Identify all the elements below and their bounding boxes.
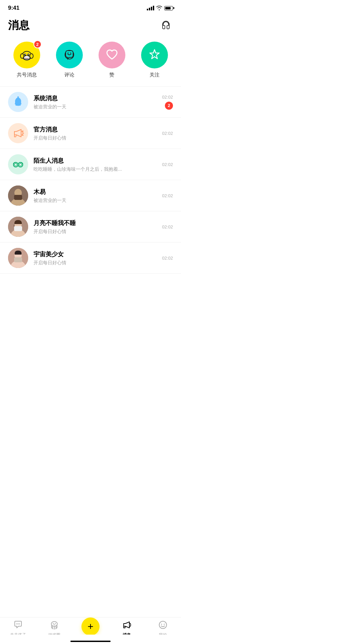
notif-item-comment[interactable]: 评论	[56, 42, 83, 78]
star-icon	[147, 48, 162, 62]
notif-circle-like	[99, 42, 125, 68]
msg-content-moon: 月亮不睡我不睡 开启每日好心情	[34, 219, 157, 235]
msg-content-official: 官方消息 开启每日好心情	[34, 125, 157, 141]
msg-preview-muyi: 被迫营业的一天	[34, 198, 157, 204]
status-icons	[147, 6, 173, 10]
notif-label-gong: 共号消息	[17, 72, 37, 78]
notif-item-gong[interactable]: 2 共号消息	[13, 42, 40, 78]
notif-circle-follow	[141, 42, 168, 68]
msg-meta-stranger: 02:02	[162, 162, 173, 167]
svg-point-18	[22, 135, 23, 136]
svg-point-1	[20, 54, 24, 58]
notif-item-like[interactable]: 赞	[99, 42, 125, 78]
notif-item-follow[interactable]: 关注	[141, 42, 168, 78]
msg-name-system: 系统消息	[34, 94, 157, 102]
msg-item-stranger[interactable]: 陌生人消息 吃吃睡睡，山珍海味一个月之后，我抱着... 02:02	[0, 149, 181, 180]
svg-point-2	[30, 54, 33, 58]
msg-meta-muyi: 02:02	[162, 193, 173, 198]
msg-time-system: 02:02	[162, 95, 173, 100]
svg-point-22	[19, 163, 22, 166]
notif-label-follow: 关注	[149, 72, 160, 78]
msg-name-stranger: 陌生人消息	[34, 157, 157, 165]
heart-icon	[105, 48, 119, 62]
svg-rect-26	[14, 195, 22, 200]
svg-point-12	[70, 53, 71, 54]
msg-item-universe[interactable]: 宇宙美少女 开启每日好心情 02:02	[0, 243, 181, 273]
msg-content-system: 系统消息 被迫营业的一天	[34, 94, 157, 110]
msg-preview-system: 被迫营业的一天	[34, 104, 157, 110]
person-moon-icon	[8, 217, 28, 237]
msg-item-moon[interactable]: 月亮不睡我不睡 开启每日好心情 02:02	[0, 211, 181, 242]
notif-circle-gong: 2	[13, 42, 40, 68]
svg-rect-14	[17, 96, 19, 98]
notif-circle-comment	[56, 42, 83, 68]
msg-content-muyi: 木易 被迫营业的一天	[34, 188, 157, 204]
msg-time-stranger: 02:02	[162, 162, 173, 167]
msg-meta-official: 02:02	[162, 131, 173, 136]
msg-name-muyi: 木易	[34, 188, 157, 196]
msg-meta-universe: 02:02	[162, 256, 173, 261]
headset-icon	[160, 20, 172, 31]
header: 消息	[0, 15, 181, 38]
bell-icon	[12, 95, 24, 109]
msg-meta-moon: 02:02	[162, 224, 173, 229]
msg-meta-system: 02:02 2	[162, 95, 173, 110]
svg-rect-30	[14, 226, 22, 231]
status-bar: 9:41	[0, 0, 181, 15]
person-muyi-icon	[8, 185, 28, 206]
svg-point-7	[28, 54, 29, 55]
wifi-icon	[156, 6, 162, 10]
msg-time-universe: 02:02	[162, 256, 173, 261]
svg-point-6	[25, 54, 25, 55]
msg-name-moon: 月亮不睡我不睡	[34, 219, 157, 227]
glasses-icon	[12, 158, 24, 171]
svg-rect-15	[15, 103, 21, 104]
signal-icon	[147, 6, 154, 10]
notification-icons-row: 2 共号消息 评论 赞	[0, 38, 181, 86]
msg-content-stranger: 陌生人消息 吃吃睡睡，山珍海味一个月之后，我抱着...	[34, 157, 157, 172]
comment-icon	[62, 47, 77, 63]
headset-button[interactable]	[159, 18, 173, 33]
status-time: 9:41	[8, 5, 19, 11]
battery-icon	[164, 6, 173, 10]
msg-preview-moon: 开启每日好心情	[34, 229, 157, 235]
msg-count-system: 2	[165, 102, 173, 110]
svg-point-21	[14, 163, 17, 166]
svg-point-11	[67, 53, 68, 54]
page-title: 消息	[8, 18, 29, 33]
msg-item-system[interactable]: 系统消息 被迫营业的一天 02:02 2	[0, 87, 181, 117]
msg-preview-stranger: 吃吃睡睡，山珍海味一个月之后，我抱着...	[34, 166, 157, 172]
msg-time-muyi: 02:02	[162, 193, 173, 198]
notif-badge-gong: 2	[34, 40, 42, 48]
monkey-icon	[19, 47, 35, 63]
avatar-moon	[8, 217, 28, 237]
msg-item-official[interactable]: 官方消息 开启每日好心情 02:02	[0, 118, 181, 149]
notif-label-like: 赞	[109, 72, 114, 78]
message-list: 系统消息 被迫营业的一天 02:02 2 官方消息 开启每日好心情 02:02	[0, 87, 181, 274]
notif-label-comment: 评论	[64, 72, 74, 78]
svg-rect-34	[14, 257, 22, 262]
msg-name-official: 官方消息	[34, 125, 157, 133]
msg-preview-official: 开启每日好心情	[34, 135, 157, 141]
avatar-stranger	[8, 154, 28, 174]
avatar-official	[8, 123, 28, 143]
svg-point-17	[23, 133, 24, 134]
svg-point-8	[26, 58, 28, 59]
avatar-system	[8, 92, 28, 112]
person-universe-icon	[8, 248, 28, 268]
avatar-muyi	[8, 185, 28, 206]
msg-name-universe: 宇宙美少女	[34, 250, 157, 258]
msg-item-muyi[interactable]: 木易 被迫营业的一天 02:02	[0, 180, 181, 211]
msg-time-official: 02:02	[162, 131, 173, 136]
msg-preview-universe: 开启每日好心情	[34, 260, 157, 266]
msg-time-moon: 02:02	[162, 224, 173, 229]
megaphone-icon	[12, 127, 24, 140]
msg-content-universe: 宇宙美少女 开启每日好心情	[34, 250, 157, 266]
svg-point-16	[22, 130, 23, 132]
avatar-universe	[8, 248, 28, 268]
